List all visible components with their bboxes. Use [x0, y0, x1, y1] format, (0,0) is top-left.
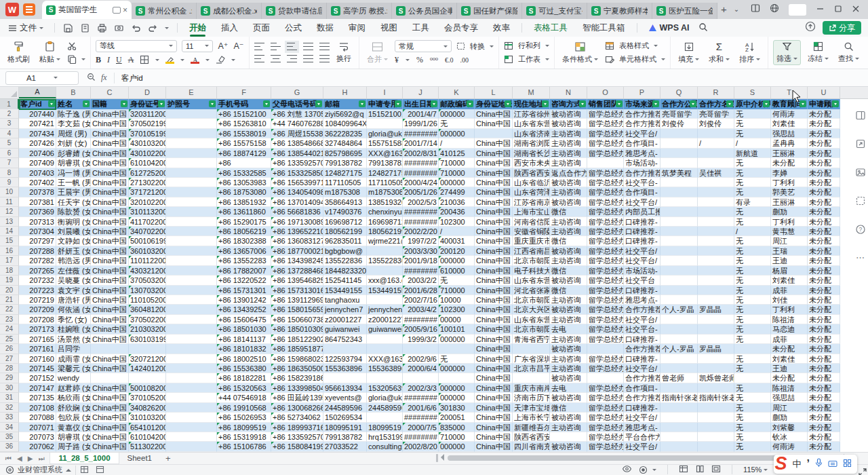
cell[interactable]: 留学总经办: [587, 256, 624, 265]
cell[interactable]: [166, 324, 217, 334]
cell[interactable]: China中国: [475, 442, 513, 451]
last-sheet-icon[interactable]: ⏭: [38, 455, 44, 463]
add-sheet-button[interactable]: +: [160, 453, 176, 463]
cell[interactable]: [166, 354, 217, 364]
cell[interactable]: China中国: [475, 324, 513, 334]
cell[interactable]: +86 15290175: [217, 217, 271, 227]
cell[interactable]: 2001/9/18: [403, 256, 439, 265]
font-size-select[interactable]: 11: [182, 40, 213, 52]
cell[interactable]: 社交平台/: [624, 442, 660, 451]
cell[interactable]: 袁文宇 (女: [56, 286, 91, 295]
cell[interactable]: [166, 187, 217, 197]
cell[interactable]: China中国: [475, 286, 513, 295]
row-header[interactable]: 31: [0, 393, 19, 402]
ribbon-tab-8[interactable]: 工具: [405, 19, 437, 37]
cell[interactable]: 被动咨询: [550, 344, 587, 354]
cell[interactable]: /: [734, 138, 771, 148]
cell[interactable]: [660, 413, 698, 422]
cell[interactable]: China中国: [91, 149, 129, 158]
filter-dropdown-button[interactable]: [652, 100, 659, 107]
cell[interactable]: 青海省西宁: [513, 335, 550, 344]
worksheet-button[interactable]: 工作表: [504, 54, 549, 64]
cell[interactable]: 舒妍玉 (女: [56, 246, 91, 256]
cell[interactable]: 刘素佳: [771, 119, 808, 128]
cell[interactable]: China中国: [475, 423, 513, 432]
cell[interactable]: 去电: [550, 324, 587, 334]
cell[interactable]: 筑梦美程: [660, 168, 698, 178]
cell[interactable]: 留学总经办: [587, 286, 624, 295]
column-header-G[interactable]: G: [271, 87, 323, 98]
first-sheet-icon[interactable]: ⏮: [5, 455, 12, 463]
cell[interactable]: [587, 158, 624, 168]
cell[interactable]: 左佳薇 (女: [56, 266, 91, 276]
highlight-color-button[interactable]: [165, 56, 174, 64]
cell[interactable]: China中国: [91, 236, 129, 246]
column-header-L[interactable]: L: [475, 87, 513, 98]
row-header[interactable]: 4: [0, 129, 19, 138]
cell[interactable]: +86 15538019: [217, 129, 271, 138]
cell[interactable]: [660, 423, 698, 432]
cell[interactable]: China中国: [475, 197, 513, 207]
cell[interactable]: China中国: [91, 423, 129, 432]
cell[interactable]: 835000: [439, 423, 475, 432]
cell[interactable]: China中国: [475, 236, 513, 246]
cell[interactable]: China中国: [91, 364, 129, 373]
cell[interactable]: jennychen7: [323, 305, 367, 314]
cell[interactable]: 未分配: [808, 286, 840, 295]
cell[interactable]: 207071: [19, 423, 56, 432]
cell[interactable]: 四川省南充: [513, 442, 550, 451]
cell[interactable]: 河北省张家: [513, 286, 550, 295]
cell[interactable]: 钦冰: [771, 432, 808, 442]
row-header[interactable]: 18: [0, 266, 19, 276]
column-header-O[interactable]: O: [587, 87, 624, 98]
print-preview-icon[interactable]: [114, 23, 124, 33]
cell[interactable]: 207288: [19, 246, 56, 256]
cell[interactable]: +86 15332585: [217, 168, 271, 178]
cell[interactable]: +86 18753080: [217, 187, 271, 197]
cell[interactable]: 赵君婷 (女: [56, 383, 91, 393]
cell[interactable]: 留学总经办: [587, 295, 624, 305]
cell[interactable]: 000000: [439, 442, 475, 451]
cell[interactable]: 合作方推荐: [624, 305, 660, 314]
cell[interactable]: [323, 344, 367, 354]
cell[interactable]: 135522836: [367, 256, 403, 265]
cell[interactable]: 重庆市南岸: [513, 383, 550, 393]
cell[interactable]: [367, 246, 403, 256]
cell[interactable]: China中国: [475, 256, 513, 265]
cell[interactable]: China中国: [91, 383, 129, 393]
columns-panel-icon[interactable]: [855, 110, 866, 124]
cell[interactable]: 未分配: [808, 266, 840, 276]
cell[interactable]: [129, 373, 166, 383]
help-icon[interactable]: ?: [855, 224, 866, 238]
cell[interactable]: 799138782: [367, 158, 403, 168]
cell[interactable]: 未分配: [808, 305, 840, 314]
cell[interactable]: 无: [734, 178, 771, 187]
status-layout-icon[interactable]: [96, 466, 104, 475]
cell[interactable]: +86 13854866895: [271, 138, 323, 148]
cell[interactable]: 留学总经办: [587, 109, 624, 119]
filter-dropdown-button[interactable]: [505, 100, 511, 107]
cell[interactable]: +86 1598680231: [271, 354, 323, 364]
cell[interactable]: [367, 413, 403, 422]
cell[interactable]: tanghaoxu: [323, 295, 367, 305]
cell[interactable]: +86 15152100: [217, 109, 271, 119]
cell[interactable]: 2000/7/5: [403, 423, 439, 432]
cell[interactable]: +86 15536380: [217, 364, 271, 373]
cell[interactable]: 207282: [19, 256, 56, 265]
cell[interactable]: +86: [217, 158, 271, 168]
cell[interactable]: 000000: [439, 335, 475, 344]
cell[interactable]: /: [439, 227, 475, 236]
cell[interactable]: 411702200312270822: [129, 217, 166, 227]
cell[interactable]: 153449155: [367, 286, 403, 295]
cell[interactable]: 无: [439, 354, 475, 364]
cell[interactable]: 710000: [439, 432, 475, 442]
cell[interactable]: [698, 256, 734, 265]
cell[interactable]: 207265: [19, 266, 56, 276]
cell[interactable]: [698, 432, 734, 442]
cell[interactable]: [166, 383, 217, 393]
cell[interactable]: 无: [734, 324, 771, 334]
cell[interactable]: 无: [734, 423, 771, 432]
cell[interactable]: China中国: [475, 158, 513, 168]
cell[interactable]: 710000: [439, 168, 475, 178]
cell[interactable]: +86 1335925706: [271, 158, 323, 168]
